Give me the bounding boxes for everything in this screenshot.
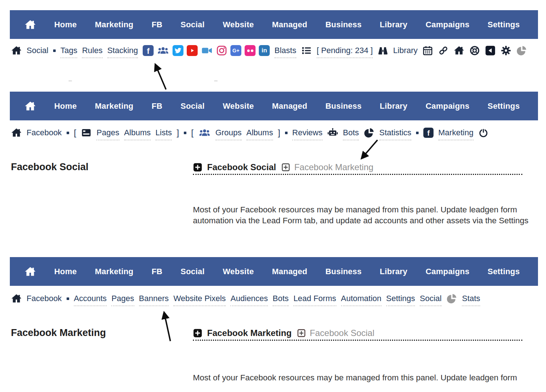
groups-icon[interactable] — [157, 45, 169, 56]
calendar-icon[interactable] — [422, 45, 433, 56]
tab-facebook-social-active[interactable]: Facebook Social — [193, 162, 276, 172]
nav-item-library[interactable]: Library — [380, 101, 407, 111]
home-icon[interactable] — [24, 100, 36, 112]
bullet-separator — [53, 49, 56, 52]
link-stats[interactable]: Stats — [462, 294, 480, 303]
nav-item-social[interactable]: Social — [181, 267, 205, 276]
link-settings[interactable]: Settings — [386, 294, 415, 303]
link-bots[interactable]: Bots — [343, 128, 359, 137]
nav-item-website[interactable]: Website — [223, 101, 254, 111]
link-marketing[interactable]: Marketing — [438, 128, 474, 137]
faded-artifact — [214, 80, 218, 81]
gear-icon[interactable] — [500, 45, 511, 56]
flickr-icon[interactable] — [245, 45, 256, 56]
pending-badge[interactable]: [ Pending: 234 ] — [317, 46, 373, 55]
nav-item-managed[interactable]: Managed — [272, 101, 307, 111]
nav-item-home[interactable]: Home — [54, 101, 77, 111]
link-pages[interactable]: Pages — [111, 294, 134, 303]
pie-chart-icon[interactable] — [364, 127, 375, 138]
tab-facebook-social-inactive[interactable]: Facebook Social — [297, 328, 374, 338]
nav-item-business[interactable]: Business — [325, 267, 361, 276]
nav-item-library[interactable]: Library — [380, 20, 407, 29]
link-accounts[interactable]: Accounts — [74, 294, 107, 303]
nav-item-business[interactable]: Business — [325, 20, 361, 29]
facebook-icon[interactable]: f — [143, 45, 154, 56]
link-lists[interactable]: Lists — [155, 128, 172, 137]
top-navbar-3: Home Marketing FB Social Website Managed… — [10, 257, 538, 286]
link-stacking[interactable]: Stacking — [107, 46, 138, 55]
home-icon[interactable] — [24, 266, 36, 277]
link-audiences[interactable]: Audiences — [230, 294, 268, 303]
link-bots[interactable]: Bots — [273, 294, 289, 303]
pie-chart-icon[interactable] — [446, 293, 457, 304]
link-lead-forms[interactable]: Lead Forms — [293, 294, 336, 303]
nav-item-managed[interactable]: Managed — [272, 267, 307, 276]
link-automation[interactable]: Automation — [341, 294, 381, 303]
top-navbar-1: Home Marketing FB Social Website Managed… — [10, 10, 538, 39]
link-website-pixels[interactable]: Website Pixels — [173, 294, 226, 303]
share-square-icon[interactable] — [485, 45, 496, 56]
plus-square-filled-icon — [193, 328, 202, 338]
groups-icon[interactable] — [198, 127, 211, 138]
nav-item-campaigns[interactable]: Campaigns — [426, 101, 469, 111]
nav-item-marketing[interactable]: Marketing — [95, 20, 134, 29]
arrow-to-facebook-marketing-tab — [362, 140, 377, 158]
nav-item-fb[interactable]: FB — [151, 101, 162, 111]
nav-item-home[interactable]: Home — [54, 267, 77, 276]
link-banners[interactable]: Banners — [139, 294, 169, 303]
nav-item-marketing[interactable]: Marketing — [95, 267, 134, 276]
nav-item-library[interactable]: Library — [380, 267, 407, 276]
nav-item-website[interactable]: Website — [223, 20, 254, 29]
link-rules[interactable]: Rules — [82, 46, 102, 55]
nav-item-business[interactable]: Business — [325, 101, 361, 111]
nav-item-managed[interactable]: Managed — [272, 20, 307, 29]
instagram-icon[interactable] — [216, 45, 227, 56]
link-albums-pages[interactable]: Albums — [124, 128, 151, 137]
pages-card-icon[interactable] — [81, 127, 92, 138]
home-icon[interactable] — [11, 127, 22, 138]
nav-item-settings[interactable]: Settings — [488, 267, 520, 276]
binoculars-icon[interactable] — [377, 45, 388, 56]
pie-chart-icon[interactable] — [516, 45, 527, 56]
breadcrumb-root: Facebook — [27, 294, 62, 303]
nav-item-website[interactable]: Website — [223, 267, 254, 276]
link-albums-groups[interactable]: Albums — [246, 128, 273, 137]
tab-label: Facebook Social — [310, 328, 374, 338]
twitter-icon[interactable] — [173, 45, 183, 56]
list-icon[interactable] — [301, 45, 312, 56]
link-icon[interactable] — [438, 45, 449, 56]
link-blasts[interactable]: Blasts — [274, 46, 296, 55]
link-pages[interactable]: Pages — [96, 128, 119, 137]
tab-facebook-marketing-active[interactable]: Facebook Marketing — [193, 328, 292, 338]
nav-item-home[interactable]: Home — [54, 20, 77, 29]
nav-item-fb[interactable]: FB — [151, 20, 162, 29]
link-library[interactable]: Library — [393, 46, 418, 55]
home-icon[interactable] — [454, 45, 464, 56]
nav-item-campaigns[interactable]: Campaigns — [426, 267, 469, 276]
google-plus-icon[interactable]: G+ — [230, 45, 241, 56]
nav-item-marketing[interactable]: Marketing — [95, 101, 134, 111]
linkedin-icon[interactable]: in — [259, 45, 270, 56]
tab-facebook-marketing-inactive[interactable]: Facebook Marketing — [281, 162, 373, 172]
link-social[interactable]: Social — [420, 294, 442, 303]
dotted-divider — [193, 340, 522, 341]
link-tags[interactable]: Tags — [60, 46, 77, 55]
link-groups[interactable]: Groups — [215, 128, 242, 137]
life-ring-icon[interactable] — [469, 45, 480, 56]
link-reviews[interactable]: Reviews — [292, 128, 323, 137]
youtube-icon[interactable] — [187, 45, 198, 56]
nav-item-social[interactable]: Social — [181, 20, 205, 29]
nav-item-settings[interactable]: Settings — [488, 101, 520, 111]
video-camera-icon[interactable] — [201, 45, 213, 56]
nav-item-campaigns[interactable]: Campaigns — [426, 20, 469, 29]
robot-icon[interactable] — [327, 127, 338, 138]
nav-item-social[interactable]: Social — [181, 101, 205, 111]
nav-item-settings[interactable]: Settings — [488, 20, 520, 29]
power-icon[interactable] — [478, 128, 488, 138]
link-statistics[interactable]: Statistics — [379, 128, 411, 137]
home-icon[interactable] — [24, 19, 36, 31]
home-icon[interactable] — [11, 45, 22, 56]
facebook-icon[interactable]: f — [423, 128, 434, 138]
nav-item-fb[interactable]: FB — [151, 267, 162, 276]
home-icon[interactable] — [11, 293, 22, 304]
